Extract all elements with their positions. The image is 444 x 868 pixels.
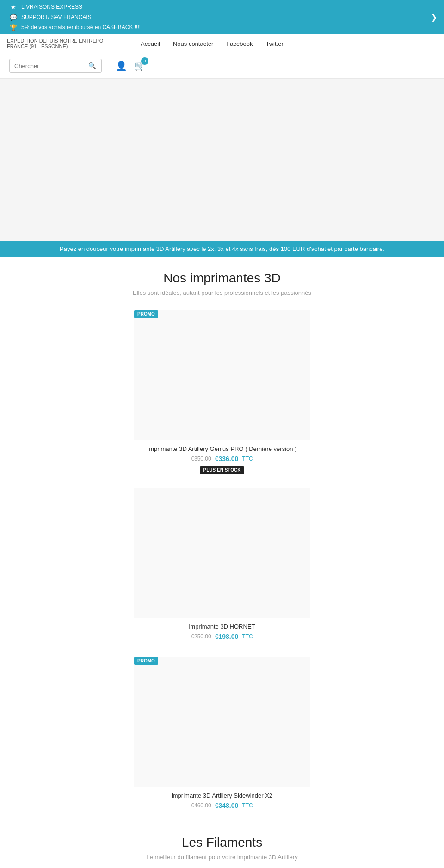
header-icons: 👤 🛒 0 [116, 60, 146, 71]
price-current-hornet: €198.00 [215, 633, 239, 640]
printers-subtitle: Elles sont idéales, autant pour les prof… [9, 289, 435, 296]
product-name-hornet: imprimante 3D HORNET [134, 623, 310, 630]
product-badge-promo-3: PROMO [134, 657, 158, 665]
banner-support: 💬 SUPPORT/ SAV FRANCAIS [9, 13, 435, 21]
product-sidewinder-x2[interactable]: PROMO imprimante 3D Artillery Sidewinder… [134, 657, 310, 812]
product-badge-promo-1: PROMO [134, 310, 158, 318]
top-banner: ★ LIVRAISONS EXPRESS 💬 SUPPORT/ SAV FRAN… [0, 0, 444, 34]
header: 🔍 👤 🛒 0 [0, 53, 444, 79]
cashback-icon: 🏆 [9, 23, 18, 31]
product-genius-pro[interactable]: PROMO Imprimante 3D Artillery Genius PRO… [134, 310, 310, 474]
nav-link-facebook[interactable]: Facebook [220, 37, 259, 51]
product-pricing-sidewinder-x2: €460.00 €348.00 TTC [134, 802, 310, 809]
search-input[interactable] [14, 62, 88, 69]
stock-badge-genius-pro: PLUS EN STOCK [200, 466, 245, 474]
banner-cashback: 🏆 5% de vos achats remboursé en CASHBACK… [9, 23, 435, 31]
price-current-sidewinder-x2: €348.00 [215, 802, 239, 809]
support-icon: 💬 [9, 13, 18, 21]
cart-icon[interactable]: 🛒 0 [134, 60, 146, 71]
filaments-subtitle: Le meilleur du filament pour votre impri… [9, 854, 435, 861]
price-original-sidewinder-x2: €460.00 [191, 802, 211, 809]
nav-link-twitter[interactable]: Twitter [259, 37, 290, 51]
support-text: SUPPORT/ SAV FRANCAIS [21, 14, 92, 20]
price-original-genius-pro: €350.00 [191, 456, 211, 462]
cashback-text: 5% de vos achats remboursé en CASHBACK !… [21, 24, 141, 31]
payment-banner-text: Payez en douceur votre imprimante 3D Art… [60, 245, 384, 252]
filaments-section: Les Filaments Le meilleur du filament po… [0, 821, 444, 868]
account-icon[interactable]: 👤 [116, 60, 127, 71]
search-container: 🔍 [9, 59, 102, 73]
cart-badge: 0 [141, 57, 148, 65]
product-image-hornet [134, 488, 310, 618]
hero-banner [0, 79, 444, 241]
filaments-title: Les Filaments [9, 835, 435, 850]
nav-bar: EXPEDITION DEPUIS NOTRE ENTREPOT FRANCE … [0, 34, 444, 53]
banner-close-button[interactable]: ❯ [431, 13, 437, 22]
payment-banner: Payez en douceur votre imprimante 3D Art… [0, 241, 444, 257]
price-original-hornet: €250.00 [191, 633, 211, 640]
price-ttc-genius-pro: TTC [242, 456, 253, 462]
nav-location: EXPEDITION DEPUIS NOTRE ENTREPOT FRANCE … [0, 34, 130, 53]
nav-links: Accueil Nous contacter Facebook Twitter [130, 37, 295, 51]
livraisons-icon: ★ [9, 3, 18, 11]
products-grid: PROMO Imprimante 3D Artillery Genius PRO… [0, 301, 444, 821]
search-icon[interactable]: 🔍 [88, 62, 96, 69]
price-ttc-hornet: TTC [242, 633, 253, 640]
product-image-sidewinder-x2 [134, 657, 310, 787]
price-ttc-sidewinder-x2: TTC [242, 802, 253, 809]
printers-title: Nos imprimantes 3D [9, 271, 435, 286]
product-pricing-genius-pro: €350.00 €336.00 TTC [134, 455, 310, 462]
nav-link-accueil[interactable]: Accueil [134, 37, 166, 51]
banner-livraisons: ★ LIVRAISONS EXPRESS [9, 3, 435, 11]
product-name-sidewinder-x2: imprimante 3D Artillery Sidewinder X2 [134, 792, 310, 799]
printers-section-header: Nos imprimantes 3D Elles sont idéales, a… [0, 257, 444, 301]
product-image-genius-pro [134, 310, 310, 440]
product-pricing-hornet: €250.00 €198.00 TTC [134, 633, 310, 640]
livraisons-text: LIVRAISONS EXPRESS [21, 4, 82, 10]
price-current-genius-pro: €336.00 [215, 455, 239, 462]
product-hornet[interactable]: imprimante 3D HORNET €250.00 €198.00 TTC [134, 488, 310, 643]
product-name-genius-pro: Imprimante 3D Artillery Genius PRO ( Der… [134, 445, 310, 452]
nav-link-contact[interactable]: Nous contacter [166, 37, 220, 51]
